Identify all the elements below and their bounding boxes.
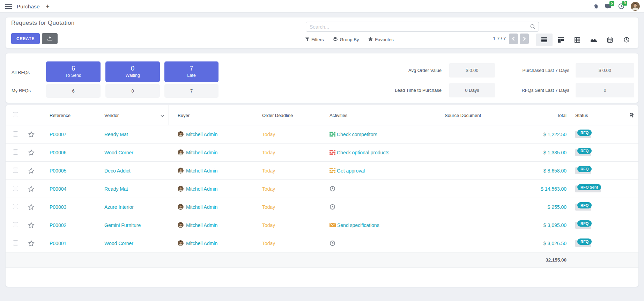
row-checkbox[interactable] <box>13 131 18 137</box>
activity-summary-link[interactable]: Send specifications <box>337 222 379 228</box>
buyer-link[interactable]: Mitchell Admin <box>186 241 217 246</box>
buyer-avatar <box>178 222 184 228</box>
buyer-link[interactable]: Mitchell Admin <box>186 168 217 174</box>
buyer-cell[interactable]: Mitchell Admin <box>169 204 255 210</box>
my-rfqs-to-send[interactable]: 6 <box>46 84 101 98</box>
row-checkbox[interactable] <box>13 149 18 155</box>
favorite-star-icon[interactable] <box>23 240 39 247</box>
activity-cell[interactable]: Check competitors <box>330 132 410 137</box>
activity-cell[interactable]: Get approval <box>330 168 410 174</box>
buyer-link[interactable]: Mitchell Admin <box>186 222 217 228</box>
favorites-button[interactable]: Favorites <box>368 37 393 42</box>
vendor-link[interactable]: Deco Addict <box>104 168 131 174</box>
buyer-cell[interactable]: Mitchell Admin <box>169 240 255 246</box>
reference-link[interactable]: P00004 <box>50 186 66 192</box>
header-reference[interactable]: Reference <box>39 113 94 118</box>
vendor-link[interactable]: Azure Interior <box>104 204 134 210</box>
activities-clock-icon[interactable]: 9 <box>618 3 624 9</box>
kanban-view-icon[interactable] <box>553 34 569 46</box>
my-rfqs-waiting[interactable]: 0 <box>105 84 160 98</box>
vendor-link[interactable]: Ready Mat <box>104 132 128 137</box>
graph-view-icon[interactable] <box>585 34 602 46</box>
row-checkbox[interactable] <box>13 186 18 191</box>
header-total[interactable]: Total <box>515 113 568 118</box>
adjust-columns-icon[interactable] <box>624 113 639 118</box>
header-source-document[interactable]: Source Document <box>410 113 515 118</box>
activity-cell[interactable]: Check optional products <box>330 150 410 155</box>
vendor-link[interactable]: Ready Mat <box>104 186 128 192</box>
table-row[interactable]: P00004 Ready Mat Mitchell Admin Today $ … <box>6 180 638 198</box>
activity-summary-link[interactable]: Check competitors <box>337 132 377 137</box>
vendor-link[interactable]: Gemini Furniture <box>104 222 141 228</box>
pivot-view-icon[interactable] <box>569 34 585 46</box>
filters-button[interactable]: Filters <box>305 37 324 42</box>
reference-link[interactable]: P00003 <box>50 204 66 210</box>
export-button[interactable] <box>42 33 58 44</box>
activity-cell[interactable] <box>330 186 410 192</box>
activity-view-icon[interactable] <box>618 34 635 46</box>
table-row[interactable]: P00006 Wood Corner Mitchell Admin Today … <box>6 144 638 162</box>
row-checkbox[interactable] <box>13 204 18 209</box>
kpi-card-waiting[interactable]: 0 Waiting <box>105 61 160 82</box>
favorite-star-icon[interactable] <box>23 204 39 210</box>
header-order-deadline[interactable]: Order Deadline <box>255 113 330 118</box>
reference-link[interactable]: P00001 <box>50 241 66 246</box>
buyer-cell[interactable]: Mitchell Admin <box>169 168 255 174</box>
table-row[interactable]: P00007 Ready Mat Mitchell Admin Today Ch… <box>6 125 638 144</box>
table-row[interactable]: P00005 Deco Addict Mitchell Admin Today … <box>6 162 638 180</box>
vendor-link[interactable]: Wood Corner <box>104 241 133 246</box>
row-checkbox[interactable] <box>13 222 18 227</box>
app-name[interactable]: Purchase <box>17 3 40 9</box>
favorite-star-icon[interactable] <box>23 168 39 174</box>
table-row[interactable]: P00003 Azure Interior Mitchell Admin Tod… <box>6 198 638 216</box>
pager-next-button[interactable] <box>520 34 529 44</box>
list-view-icon[interactable] <box>536 34 553 46</box>
buyer-link[interactable]: Mitchell Admin <box>186 150 217 155</box>
search-icon[interactable] <box>530 24 535 29</box>
activity-cell[interactable] <box>330 204 410 210</box>
header-vendor[interactable]: Vendor <box>94 105 169 125</box>
create-button[interactable]: CREATE <box>11 33 40 44</box>
row-checkbox[interactable] <box>13 168 18 173</box>
apps-menu-icon[interactable] <box>5 4 12 9</box>
buyer-link[interactable]: Mitchell Admin <box>186 186 217 192</box>
table-row[interactable]: P00001 Wood Corner Mitchell Admin Today … <box>6 234 638 252</box>
header-status[interactable]: Status <box>568 113 624 118</box>
group-by-button[interactable]: Group By <box>333 37 359 42</box>
row-checkbox[interactable] <box>13 240 18 245</box>
activity-summary-link[interactable]: Get approval <box>337 168 365 174</box>
activity-cell[interactable] <box>330 240 410 246</box>
debug-bug-icon[interactable] <box>593 3 599 9</box>
table-row[interactable]: P00002 Gemini Furniture Mitchell Admin T… <box>6 216 638 234</box>
activity-cell[interactable]: Send specifications <box>330 222 410 228</box>
reference-link[interactable]: P00005 <box>50 168 66 174</box>
favorite-star-icon[interactable] <box>23 149 39 156</box>
header-activities[interactable]: Activities <box>330 113 410 118</box>
favorite-star-icon[interactable] <box>23 131 39 138</box>
search-input[interactable] <box>306 24 530 30</box>
buyer-cell[interactable]: Mitchell Admin <box>169 186 255 192</box>
buyer-link[interactable]: Mitchell Admin <box>186 132 217 137</box>
reference-link[interactable]: P00002 <box>50 222 66 228</box>
activity-summary-link[interactable]: Check optional products <box>337 150 389 155</box>
buyer-cell[interactable]: Mitchell Admin <box>169 131 255 137</box>
kpi-card-late[interactable]: 7 Late <box>164 61 219 82</box>
select-all-checkbox[interactable] <box>13 112 18 117</box>
buyer-link[interactable]: Mitchell Admin <box>186 204 217 210</box>
messages-icon[interactable]: 5 <box>605 3 612 9</box>
pager-previous-button[interactable] <box>509 34 518 44</box>
user-avatar[interactable] <box>631 2 640 11</box>
reference-link[interactable]: P00006 <box>50 150 66 155</box>
kpi-card-to-send[interactable]: 6 To Send <box>46 61 101 82</box>
vendor-link[interactable]: Wood Corner <box>104 150 133 155</box>
calendar-view-icon[interactable] <box>602 34 618 46</box>
new-tab-plus-icon[interactable]: + <box>45 3 51 10</box>
my-rfqs-late[interactable]: 7 <box>164 84 219 98</box>
header-buyer[interactable]: Buyer <box>169 113 255 118</box>
reference-link[interactable]: P00007 <box>50 132 66 137</box>
favorite-star-icon[interactable] <box>23 222 39 228</box>
buyer-cell[interactable]: Mitchell Admin <box>169 222 255 228</box>
chevron-down-icon[interactable] <box>161 113 164 118</box>
buyer-cell[interactable]: Mitchell Admin <box>169 149 255 155</box>
favorite-star-icon[interactable] <box>23 186 39 192</box>
